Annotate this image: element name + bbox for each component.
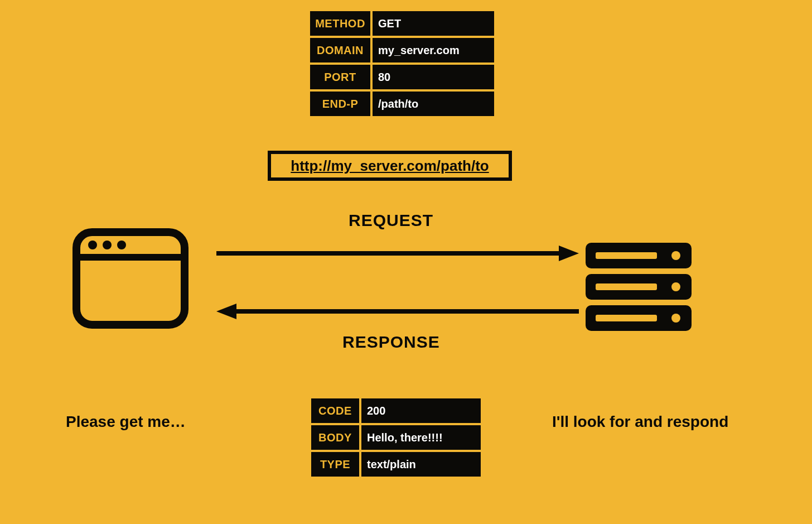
- browser-window-icon: [72, 228, 188, 329]
- response-key-code: CODE: [311, 398, 359, 423]
- response-val-body: Hello, there!!!!: [361, 425, 481, 450]
- full-url-box: http://my_server.com/path/to: [268, 151, 512, 181]
- table-row: END-P /path/to: [310, 92, 494, 116]
- table-row: DOMAIN my_server.com: [310, 38, 494, 63]
- table-row: BODY Hello, there!!!!: [311, 425, 481, 450]
- svg-point-2: [88, 241, 97, 249]
- response-key-type: TYPE: [311, 452, 359, 477]
- response-label: RESPONSE: [342, 333, 440, 352]
- table-row: METHOD GET: [310, 11, 494, 36]
- svg-marker-17: [216, 304, 236, 319]
- response-arrow-icon: [216, 300, 579, 323]
- request-label: REQUEST: [349, 211, 433, 230]
- request-key-method: METHOD: [310, 11, 370, 36]
- svg-marker-15: [559, 246, 579, 261]
- table-row: TYPE text/plain: [311, 452, 481, 477]
- request-val-domain: my_server.com: [373, 38, 494, 63]
- svg-rect-10: [596, 315, 657, 321]
- table-row: CODE 200: [311, 398, 481, 423]
- response-val-type: text/plain: [361, 452, 481, 477]
- svg-point-3: [103, 241, 112, 249]
- svg-point-12: [671, 282, 680, 291]
- request-key-port: PORT: [310, 65, 370, 89]
- table-row: PORT 80: [310, 65, 494, 89]
- svg-point-13: [671, 314, 680, 323]
- svg-rect-8: [596, 252, 657, 259]
- request-key-endpoint: END-P: [310, 92, 370, 116]
- svg-rect-9: [596, 283, 657, 290]
- response-table: CODE 200 BODY Hello, there!!!! TYPE text…: [311, 398, 481, 477]
- request-key-domain: DOMAIN: [310, 38, 370, 63]
- response-val-code: 200: [361, 398, 481, 423]
- svg-point-4: [117, 241, 126, 249]
- server-stack-icon: [586, 243, 692, 334]
- svg-point-11: [671, 251, 680, 260]
- request-val-port: 80: [373, 65, 494, 89]
- request-arrow-icon: [216, 242, 579, 265]
- response-key-body: BODY: [311, 425, 359, 450]
- request-val-method: GET: [373, 11, 494, 36]
- server-caption: I'll look for and respond: [552, 413, 728, 431]
- client-caption: Please get me…: [66, 413, 186, 431]
- request-table: METHOD GET DOMAIN my_server.com PORT 80 …: [310, 11, 494, 116]
- request-val-endpoint: /path/to: [373, 92, 494, 116]
- full-url-link[interactable]: http://my_server.com/path/to: [291, 157, 489, 175]
